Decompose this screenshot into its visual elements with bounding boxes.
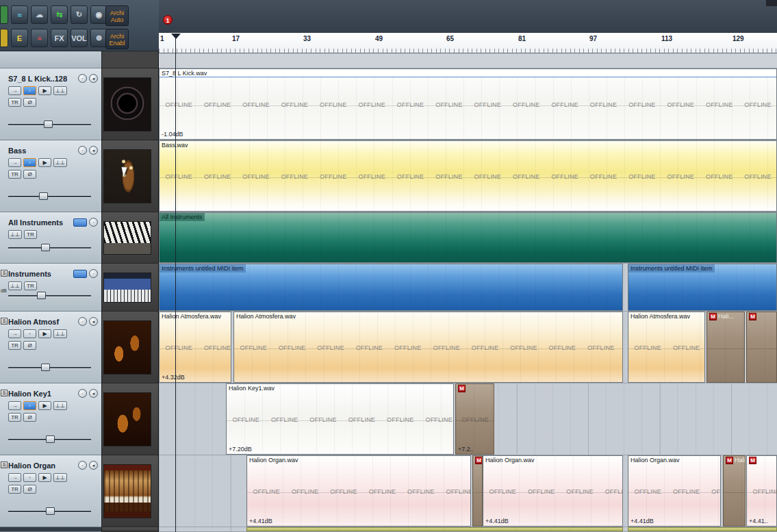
waveform-display-icon[interactable]: ≈: [11, 5, 28, 24]
mute-badge[interactable]: M: [749, 313, 756, 320]
monitor-circle-icon[interactable]: ◂: [89, 389, 98, 398]
edit-star-icon[interactable]: E: [11, 29, 28, 47]
tr-button[interactable]: TR: [24, 281, 37, 290]
audio-clip[interactable]: Halion Organ.wavOFFLINEOFFLINEOFFLINEOFF…: [483, 455, 623, 527]
fx-icon[interactable]: FX: [51, 29, 68, 47]
track-control-button[interactable]: ⊥⊥: [53, 329, 67, 338]
track-header-bass[interactable]: Bass◦◂→◦▶⊥⊥TRØ: [0, 140, 101, 212]
cloud-icon[interactable]: ☁: [31, 5, 48, 24]
audio-clip[interactable]: Halion Atmosfera.wavOFFLINEOFFLINE+4.32d…: [159, 312, 231, 383]
monitor-circle-icon[interactable]: ◦: [89, 269, 98, 278]
track-control-button[interactable]: ⊥⊥: [53, 473, 67, 482]
audio-clip[interactable]: Halion Organ.wavOFFLINEOFFLINEOFFLINE+4.…: [628, 455, 721, 527]
tr-button[interactable]: TR: [8, 413, 21, 422]
muted-audio-clip[interactable]: M: [472, 455, 483, 527]
track-header-all-instruments[interactable]: All Instruments◦⊥⊥TR: [0, 212, 101, 264]
slider-handle[interactable]: [44, 121, 53, 128]
solo-badge[interactable]: S: [1, 461, 8, 468]
volume-slider[interactable]: [8, 364, 91, 371]
track-lane-partial-bottom[interactable]: [159, 527, 777, 532]
track-control-button[interactable]: ⊥⊥: [8, 230, 22, 239]
muted-audio-clip[interactable]: M: [746, 312, 777, 383]
tr-button[interactable]: TR: [8, 341, 21, 350]
track-control-button[interactable]: ◦: [23, 158, 36, 167]
track-control-button[interactable]: →: [8, 473, 21, 482]
volume-slider[interactable]: [8, 435, 91, 443]
track-lane-kick[interactable]: S7_8 L Kick.wavOFFLINEOFFLINEOFFLINEOFFL…: [159, 68, 777, 140]
track-control-button[interactable]: ▶: [38, 158, 51, 167]
solo-badge[interactable]: S: [1, 390, 8, 396]
track-control-button[interactable]: ◦: [23, 329, 36, 338]
output-route-button[interactable]: [73, 270, 87, 278]
mute-badge[interactable]: M: [749, 457, 756, 464]
muted-audio-clip[interactable]: MOFFLINEOFFLINE+7.2..: [455, 383, 494, 455]
muted-audio-clip[interactable]: MOFFLINE+4.41..: [746, 455, 777, 527]
track-header-instruments[interactable]: SInstruments◦⊥⊥TRdB: [0, 264, 101, 312]
slider-handle[interactable]: [37, 292, 46, 299]
track-control-button[interactable]: ◦: [23, 86, 36, 95]
volume-slider[interactable]: [8, 192, 91, 200]
tr-button[interactable]: TR: [8, 170, 21, 179]
record-circle-icon[interactable]: ◦: [78, 317, 87, 326]
audio-clip[interactable]: Halion Atmosfera.wavOFFLINEOFFLINE: [628, 312, 705, 383]
tr-button[interactable]: TR: [8, 485, 21, 494]
track-header-halion-key1[interactable]: SHalion Key1◦◂→◦▶⊥⊥TRØ: [0, 383, 101, 455]
track-lane-halion-key1[interactable]: Halion Key1.wavOFFLINEOFFLINEOFFLINEOFFL…: [159, 383, 777, 455]
audio-clip[interactable]: [246, 527, 623, 531]
mute-badge[interactable]: M: [709, 313, 717, 320]
volume-slider[interactable]: [8, 292, 91, 299]
mute-badge[interactable]: M: [726, 457, 733, 464]
audio-clip[interactable]: Instruments untitled MIDI item: [628, 264, 777, 311]
audio-clip[interactable]: Halion Atmosfera.wavOFFLINEOFFLINEOFFLIN…: [233, 312, 623, 383]
track-lane-bass[interactable]: Bass.wavOFFLINEOFFLINEOFFLINEOFFLINEOFFL…: [159, 140, 777, 212]
solo-badge[interactable]: S: [1, 318, 8, 325]
slider-handle[interactable]: [46, 435, 55, 443]
record-circle-icon[interactable]: ◦: [78, 389, 87, 398]
track-control-button[interactable]: →: [8, 158, 21, 167]
audio-clip[interactable]: Halion Organ.wavOFFLINEOFFLINEOFFLINEOFF…: [246, 455, 471, 527]
archi-auto-button[interactable]: Archi Auto: [105, 5, 129, 26]
track-control-button[interactable]: ▶: [38, 401, 51, 410]
track-control-button[interactable]: ⊥⊥: [53, 158, 67, 167]
record-circle-icon[interactable]: ◦: [78, 146, 87, 155]
track-control-button[interactable]: ▶: [38, 473, 51, 482]
output-route-button[interactable]: [73, 218, 87, 227]
track-control-button[interactable]: →: [8, 401, 21, 410]
audio-clip[interactable]: S7_8 L Kick.wavOFFLINEOFFLINEOFFLINEOFFL…: [159, 68, 777, 140]
record-circle-icon[interactable]: ◦: [78, 74, 87, 83]
muted-audio-clip[interactable]: MHali...: [706, 312, 745, 383]
monitor-circle-icon[interactable]: ◂: [89, 317, 98, 326]
archi-enable-button[interactable]: Archi Enabl: [105, 29, 129, 49]
phase-button[interactable]: Ø: [23, 341, 36, 350]
track-header-kick[interactable]: S7_8 L Kick..128◦◂→◦▶⊥⊥TRØ: [0, 68, 101, 140]
monitor-circle-icon[interactable]: ◂: [89, 74, 98, 83]
slider-handle[interactable]: [39, 192, 48, 200]
volume-slider[interactable]: [8, 507, 91, 515]
wave-edit-icon[interactable]: ≈: [31, 29, 48, 47]
track-control-button[interactable]: ⊥⊥: [8, 281, 22, 290]
track-lane-halion-atmosfera[interactable]: Halion Atmosfera.wavOFFLINEOFFLINE+4.32d…: [159, 312, 777, 383]
clipped-tool-icon[interactable]: [0, 5, 8, 24]
playhead-marker[interactable]: [171, 34, 181, 39]
track-control-button[interactable]: →: [8, 86, 21, 95]
audio-clip[interactable]: All Instruments: [159, 212, 777, 263]
track-control-button[interactable]: ◦: [23, 401, 36, 410]
track-control-button[interactable]: ▶: [38, 86, 51, 95]
phase-button[interactable]: Ø: [23, 98, 36, 107]
audio-clip[interactable]: Bass.wavOFFLINEOFFLINEOFFLINEOFFLINEOFFL…: [159, 140, 777, 212]
volume-slider[interactable]: [8, 244, 91, 251]
audio-clip[interactable]: Instruments untitled MIDI item: [159, 264, 623, 311]
monitor-circle-icon[interactable]: ◂: [89, 146, 98, 155]
sync-arrows-icon[interactable]: ⇆: [51, 5, 68, 24]
phase-button[interactable]: Ø: [23, 485, 36, 494]
clipped-tool-icon[interactable]: [0, 29, 8, 47]
slider-handle[interactable]: [46, 507, 55, 515]
track-lane-all-instruments[interactable]: All Instruments: [159, 212, 777, 264]
track-header-halion-atmosfera[interactable]: SHalion Atmosf◦◂→◦▶⊥⊥TRØ: [0, 312, 101, 383]
timeline-ruler[interactable]: 1173349658197113129: [159, 33, 777, 53]
track-lane-instruments[interactable]: Instruments untitled MIDI itemInstrument…: [159, 264, 777, 312]
track-control-button[interactable]: →: [8, 329, 21, 338]
refresh-icon[interactable]: ↻: [71, 5, 88, 24]
slider-handle[interactable]: [41, 364, 50, 371]
track-header-partial-bottom[interactable]: [0, 527, 101, 532]
